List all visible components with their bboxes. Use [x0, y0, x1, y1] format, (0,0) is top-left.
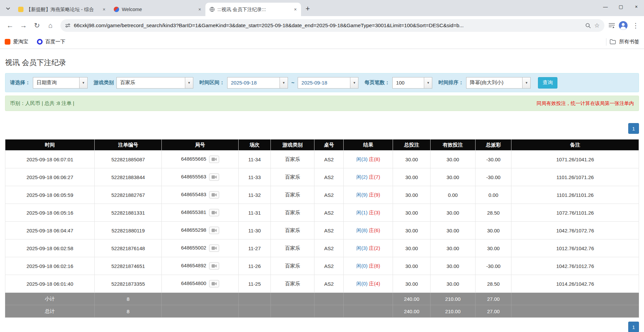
- chevron-down-icon[interactable]: ▼: [79, 77, 87, 88]
- tab-close-icon[interactable]: ×: [101, 6, 107, 12]
- chevron-down-icon[interactable]: ▼: [522, 77, 530, 88]
- cell-session: 11-25: [238, 275, 270, 293]
- cell-total-bet[interactable]: 30.00: [393, 186, 430, 204]
- bookmark-taobao[interactable]: 爱淘宝: [5, 39, 28, 45]
- query-type-select[interactable]: 日期查询 ▼: [33, 77, 88, 89]
- chevron-down-icon[interactable]: ▼: [350, 77, 358, 88]
- cell-table-no: AS2: [314, 186, 344, 204]
- date-start-input[interactable]: 2025-09-18 ▼: [227, 77, 288, 89]
- tab-forum[interactable]: 【新提醒】海燕策略论坛 - 综合 ×: [14, 3, 110, 16]
- date-range-label: 时间区间：: [199, 79, 225, 86]
- bookmarks-bar: 爱淘宝 百度一下 所有书签: [0, 35, 644, 49]
- url-bar[interactable]: 66cxkj98.com/game/betrecord_search/kind3…: [60, 19, 604, 32]
- cell-session: 11-34: [238, 151, 270, 168]
- chevron-down-icon: [6, 7, 10, 10]
- minimize-button[interactable]: —: [598, 0, 613, 13]
- cell-session: 11-32: [238, 186, 270, 204]
- grand-total-payout: 27.00: [475, 305, 511, 318]
- tab-close-icon[interactable]: ×: [197, 6, 203, 12]
- cell-note: 1101.26/1071.26: [511, 168, 639, 186]
- sort-select[interactable]: 降幂(由大到小) ▼: [466, 77, 531, 89]
- forum-favicon-icon: [18, 7, 23, 12]
- home-button[interactable]: ⌂: [44, 19, 56, 32]
- tab-search-button[interactable]: [3, 4, 13, 13]
- menu-icon[interactable]: ⋮: [631, 21, 640, 30]
- cell-time: 2025-09-18 06:02:58: [5, 239, 95, 257]
- replay-video-button[interactable]: [209, 173, 219, 181]
- cell-round-id: 648655381: [162, 204, 238, 222]
- subtotal-valid-bet: 210.00: [430, 293, 475, 305]
- query-button[interactable]: 查询: [538, 77, 557, 89]
- date-end-input[interactable]: 2025-09-18 ▼: [298, 77, 358, 89]
- bookmark-star-icon[interactable]: ☆: [594, 22, 600, 29]
- refresh-button[interactable]: ↻: [31, 19, 43, 32]
- grand-total-label: 总计: [5, 305, 95, 318]
- all-bookmarks[interactable]: 所有书签: [606, 38, 639, 46]
- chevron-down-icon[interactable]: ▼: [280, 77, 288, 88]
- cell-bet-id: 522821873355: [95, 275, 162, 293]
- replay-video-button[interactable]: [209, 280, 219, 287]
- game-type-select[interactable]: 百家乐 ▼: [116, 77, 193, 89]
- bookmark-baidu[interactable]: 百度一下: [37, 39, 65, 45]
- media-controls-icon[interactable]: [608, 22, 615, 29]
- cell-game-type: 百家乐: [271, 204, 314, 222]
- cell-table-no: AS2: [314, 239, 344, 257]
- replay-video-button[interactable]: [209, 191, 219, 199]
- tab-welcome[interactable]: Welcome ×: [110, 3, 205, 16]
- chevron-down-icon[interactable]: ▼: [185, 77, 193, 88]
- maximize-button[interactable]: ▢: [613, 0, 629, 13]
- forward-button[interactable]: →: [17, 19, 30, 32]
- replay-video-button[interactable]: [209, 227, 219, 234]
- replay-video-button[interactable]: [209, 209, 219, 216]
- pagination-bottom: 1: [5, 322, 639, 332]
- cell-total-bet[interactable]: 30.00: [393, 204, 430, 222]
- site-info-icon[interactable]: [65, 23, 70, 28]
- cell-note: 1042.76/1012.76: [511, 257, 639, 275]
- cell-round-id: 648655563: [162, 168, 238, 186]
- cell-result: 闲(9) 庄(9): [344, 186, 393, 204]
- tab-bet-record[interactable]: :::视讯 会员下注纪录::: ×: [205, 3, 301, 16]
- cell-game-type: 百家乐: [271, 275, 314, 293]
- zoom-icon[interactable]: [585, 23, 591, 29]
- close-button[interactable]: ×: [629, 0, 644, 13]
- currency-summary: 币别：人民币 | 总共 :8 注单 |: [10, 100, 74, 107]
- per-page-select[interactable]: 100 ▼: [392, 77, 432, 89]
- replay-video-button[interactable]: [209, 156, 219, 163]
- tab-title: :::视讯 会员下注纪录:::: [217, 6, 290, 13]
- tab-close-icon[interactable]: ×: [292, 6, 298, 12]
- cell-bet-id: 522821881331: [95, 204, 162, 222]
- back-button[interactable]: ←: [4, 19, 16, 32]
- globe-icon: [209, 7, 215, 12]
- new-tab-button[interactable]: +: [302, 3, 313, 14]
- cell-total-bet[interactable]: 30.00: [393, 151, 430, 168]
- cell-total-bet[interactable]: 30.00: [393, 222, 430, 239]
- replay-video-button[interactable]: [209, 244, 219, 252]
- cell-empty: [162, 293, 238, 305]
- cell-time: 2025-09-18 06:05:16: [5, 204, 95, 222]
- cell-valid-bet: 30.00: [430, 257, 475, 275]
- round-id-text: 648655381: [181, 209, 206, 215]
- chevron-down-icon[interactable]: ▼: [424, 77, 432, 88]
- cell-bet-id: 522821882767: [95, 186, 162, 204]
- page-1-button[interactable]: 1: [628, 123, 639, 134]
- page-1-button[interactable]: 1: [628, 322, 639, 332]
- table-row: 2025-09-18 06:07:01 522821885087 6486556…: [5, 151, 639, 168]
- baidu-icon: [37, 39, 43, 45]
- round-id-text: 648655665: [181, 156, 206, 162]
- video-camera-icon: [211, 228, 217, 232]
- cell-total-bet[interactable]: 30.00: [393, 257, 430, 275]
- profile-avatar[interactable]: [618, 21, 628, 30]
- table-footer: 小计 8 240.00 210.00 27.00 总计 8: [5, 293, 639, 318]
- cell-total-bet[interactable]: 30.00: [393, 275, 430, 293]
- bookmark-label: 爱淘宝: [13, 39, 28, 45]
- cell-empty: [162, 305, 238, 318]
- cell-total-bet[interactable]: 30.00: [393, 239, 430, 257]
- result-banker: 庄(4): [369, 281, 380, 286]
- cell-note: 1042.76/1072.76: [511, 222, 639, 239]
- cell-total-bet[interactable]: 30.00: [393, 168, 430, 186]
- cell-valid-bet: 30.00: [430, 151, 475, 168]
- date-end-value: 2025-09-18: [298, 77, 350, 88]
- replay-video-button[interactable]: [209, 262, 219, 270]
- column-header: 总派彩: [475, 140, 511, 151]
- round-id-text: 648655002: [181, 245, 206, 251]
